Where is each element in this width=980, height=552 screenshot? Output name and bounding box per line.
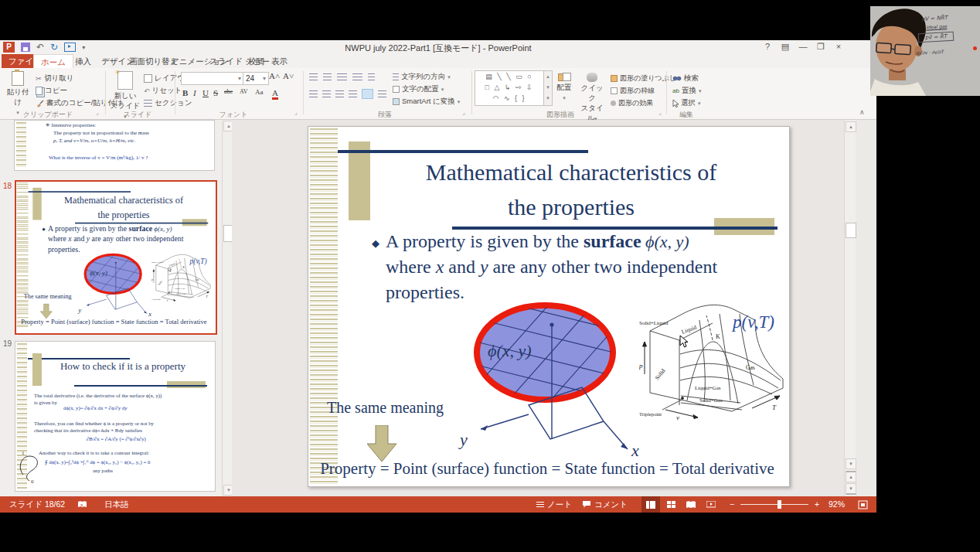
- svg-text:1: 1: [22, 450, 25, 456]
- bottom-statement: Property = Point (surface) function = St…: [18, 318, 210, 325]
- char-spacing-button[interactable]: AV: [240, 88, 248, 95]
- undo-button[interactable]: ↶: [36, 42, 44, 53]
- language-indicator[interactable]: 日本語: [104, 496, 129, 513]
- svg-text:v: v: [167, 299, 168, 302]
- grow-font-button[interactable]: A˄: [269, 71, 280, 80]
- slide-thumbnail-panel: ✳ Intensive properties: The property not…: [0, 120, 222, 496]
- window-controls: ? ▤ — ❐ ×: [762, 42, 844, 52]
- contour-loop-sketch: 1 0: [19, 448, 42, 484]
- section-button[interactable]: セクション: [144, 98, 192, 108]
- find-button[interactable]: 検索: [672, 73, 699, 83]
- spellcheck-indicator[interactable]: x: [77, 496, 87, 513]
- svg-text:K: K: [183, 266, 185, 269]
- bottom-statement: Property = Point (surface) function = St…: [311, 459, 783, 479]
- previous-slide-button[interactable]: ▲: [846, 471, 856, 482]
- slide-18: Mathematical characteristics ofthe prope…: [16, 182, 213, 329]
- ribbon-display-options-button[interactable]: ▤: [780, 42, 791, 52]
- shadow-button[interactable]: abc: [224, 88, 233, 95]
- editor-scrollbar[interactable]: ▲ ▼ ▲ ▼: [844, 120, 856, 496]
- columns-button[interactable]: [378, 90, 386, 97]
- svg-text:Solid+Gas: Solid+Gas: [699, 397, 723, 404]
- thumbnail-slide-19[interactable]: How to check if it is a property The tot…: [15, 341, 216, 492]
- zoom-out-button[interactable]: −: [730, 496, 734, 513]
- start-slideshow-button[interactable]: [64, 43, 76, 52]
- reset-button[interactable]: ↶リセット: [144, 86, 182, 96]
- font-name-combo[interactable]: ▾: [181, 72, 244, 85]
- select-button[interactable]: 選択▾: [672, 98, 701, 108]
- redo-button[interactable]: ↻: [50, 42, 58, 53]
- reading-view-button[interactable]: [682, 496, 700, 513]
- text-direction-button[interactable]: 文字列の方向▾: [393, 72, 451, 82]
- justify-button[interactable]: [349, 90, 357, 97]
- zoom-level[interactable]: 92%: [829, 496, 845, 513]
- minimize-button[interactable]: —: [798, 42, 808, 52]
- fit-slide-button[interactable]: [858, 496, 868, 513]
- numbering-button[interactable]: [323, 73, 332, 80]
- paragraph-dialog-launcher[interactable]: ⌟: [462, 109, 465, 116]
- scrollbar-thumb[interactable]: [846, 223, 856, 238]
- shapes-gallery-scroll[interactable]: ▲▼▼: [543, 70, 553, 106]
- slide-18: Mathematical characteristics ofthe prope…: [308, 127, 789, 486]
- help-button[interactable]: ?: [762, 42, 773, 52]
- zoom-in-button[interactable]: +: [815, 496, 819, 513]
- window-title: NWPU july 2022-Part1 [互換モード] - PowerPoin…: [155, 43, 722, 54]
- mouse-cursor: [679, 336, 690, 349]
- slide-sorter-icon: [667, 501, 675, 509]
- format-painter-icon: [36, 99, 44, 107]
- strikethrough-button[interactable]: S: [213, 88, 218, 97]
- replace-button[interactable]: ab 置換▾: [672, 86, 701, 96]
- change-case-button[interactable]: Aa: [255, 88, 264, 96]
- line-spacing-button[interactable]: [368, 73, 375, 80]
- slideshow-view-button[interactable]: [702, 496, 720, 513]
- svg-text:p: p: [151, 278, 153, 281]
- font-dialog-launcher[interactable]: ⌟: [294, 109, 298, 116]
- svg-text:Liquid: Liquid: [681, 323, 698, 335]
- increase-indent-button[interactable]: [352, 73, 362, 80]
- title-decoration-block: [32, 188, 41, 220]
- webcam-video: pV = NR̄T Ideal gas pv̄ = R̄T ∂p/∂v · ∂v…: [870, 6, 980, 96]
- font-color-button[interactable]: A: [272, 88, 278, 100]
- distribute-text-button[interactable]: [362, 89, 373, 99]
- slide-sorter-view-button[interactable]: [662, 496, 680, 513]
- smartart-button[interactable]: SmartArt に変換▾: [393, 97, 460, 107]
- slide-counter[interactable]: スライド 18/62: [9, 496, 65, 513]
- align-right-button[interactable]: [335, 90, 344, 97]
- zoom-slider-track[interactable]: [740, 504, 808, 505]
- cut-button[interactable]: ✂ 切り取り: [36, 73, 73, 83]
- notes-button[interactable]: ノート: [536, 496, 572, 513]
- arrange-button[interactable]: 配置 ▾: [553, 73, 575, 101]
- restore-button[interactable]: ❐: [815, 42, 826, 52]
- scroll-down-button[interactable]: ▼: [846, 458, 856, 469]
- customize-qat-button[interactable]: ▾: [82, 44, 85, 51]
- collapse-ribbon-button[interactable]: ∧: [859, 108, 865, 116]
- next-slide-button[interactable]: ▼: [846, 483, 856, 495]
- close-button[interactable]: ×: [833, 42, 844, 52]
- tab-view[interactable]: 表示: [264, 54, 294, 68]
- font-size-combo[interactable]: 24▾: [243, 72, 269, 85]
- save-button[interactable]: [21, 43, 30, 52]
- copy-button[interactable]: コピー: [36, 86, 67, 96]
- normal-view-button[interactable]: [641, 496, 660, 513]
- comments-button[interactable]: コメント: [583, 496, 628, 513]
- italic-button[interactable]: I: [193, 88, 196, 97]
- thumbnail-slide-18-selected[interactable]: Mathematical characteristics ofthe prope…: [15, 180, 217, 335]
- zoom-slider-thumb[interactable]: [778, 500, 781, 509]
- shape-outline-button[interactable]: 図形の枠線: [611, 86, 655, 96]
- bold-button[interactable]: B: [182, 88, 188, 97]
- shrink-font-button[interactable]: A˅: [283, 71, 294, 80]
- desktop: P ↶ ↻ ▾ NWPU july 2022-Part1 [互換モード] - P…: [0, 0, 980, 552]
- align-text-button[interactable]: 文字の配置▾: [393, 84, 444, 94]
- scroll-up-button[interactable]: ▲: [846, 121, 856, 132]
- shapes-gallery[interactable]: ▤ ╲ ╲ ▭ ○ □ △ ↳ ⇨ ⇩ ◠ ∿ { }: [475, 70, 544, 106]
- slide-canvas[interactable]: Mathematical characteristics ofthe prope…: [308, 126, 790, 487]
- workspace: ✳ Intensive properties: The property not…: [0, 120, 876, 496]
- bullets-button[interactable]: [309, 73, 318, 80]
- powerpoint-app-icon[interactable]: P: [3, 42, 15, 53]
- thumbnail-slide-17[interactable]: ✳ Intensive properties: The property not…: [14, 120, 215, 171]
- shape-effects-button[interactable]: 図形の効果: [611, 98, 653, 108]
- whiteboard-equation-3: pv̄ = R̄T: [918, 32, 954, 43]
- underline-button[interactable]: U: [202, 88, 209, 97]
- align-center-button[interactable]: [322, 90, 331, 97]
- align-left-button[interactable]: [309, 90, 318, 97]
- decrease-indent-button[interactable]: [337, 73, 347, 80]
